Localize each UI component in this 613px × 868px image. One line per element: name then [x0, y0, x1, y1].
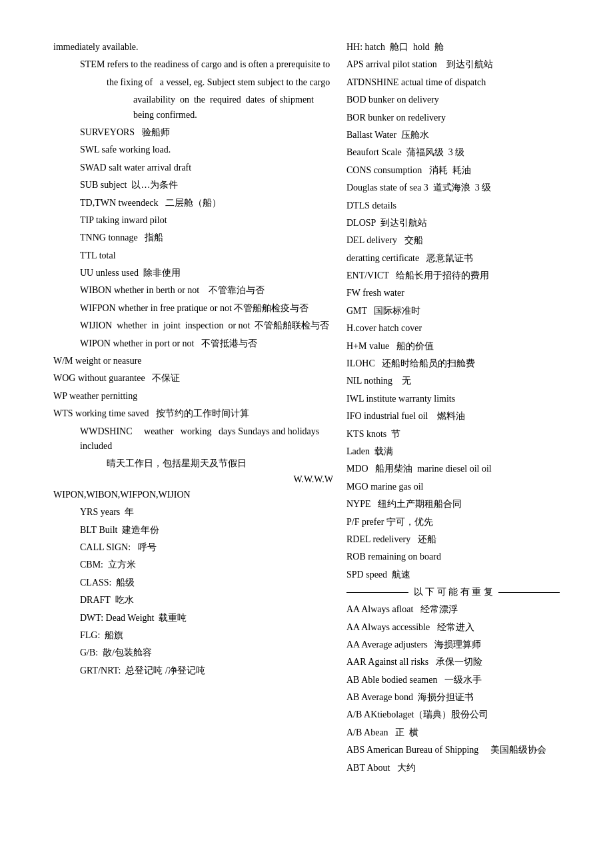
entry-spd: SPD speed 航速	[346, 568, 560, 582]
entry-iwl: IWL institute warranty limits	[346, 392, 560, 406]
entry-aa-average-adjusters: AA Average adjusters 海损理算师	[346, 638, 560, 652]
entry-bod: BOD bunker on delivery	[346, 93, 560, 107]
entry-surveyors: SURVEYORS 验船师	[80, 125, 333, 140]
entry-wm: W/M weight or neasure	[53, 354, 333, 368]
entry-aa-always-accessible: AA Always accessible 经常进入	[346, 620, 560, 635]
separator-right-line	[498, 592, 560, 593]
entry-wipon: WIPON whether in port or not 不管抵港与否	[80, 336, 333, 351]
entry-hh: HH: hatch 舱口 hold 舱	[346, 40, 560, 55]
entry-mdo: MDO 船用柴油 marine diesel oil oil	[346, 462, 560, 476]
entry-beaufort: Beaufort Scale 蒲福风级 3 级	[346, 145, 560, 160]
entry-tnng: TNNG tonnage 指船	[80, 230, 333, 245]
entry-ab-aktiebolaget: A/B AKtiebolaget（瑞典）股份公司	[346, 707, 560, 722]
entry-ifo: IFO industrial fuel oil 燃料油	[346, 409, 560, 424]
entry-wijion: WIJION whether in joint inspection or no…	[80, 318, 333, 333]
entry-td-twn: TD,TWN tweendeck 二层舱（船）	[80, 196, 333, 211]
entry-availability: availability on the required dates of sh…	[133, 93, 333, 123]
entry-nil: NIL nothing 无	[346, 374, 560, 388]
separator-row: 以 下 可 能 有 重 复	[346, 586, 560, 598]
entry-wwww: W.W.W.W	[53, 474, 333, 485]
entry-ttl: TTL total	[80, 248, 333, 263]
entry-class: CLASS: 船级	[80, 576, 333, 590]
entry-wipon-group: WIPON,WIBON,WIFPON,WIJION	[53, 488, 333, 502]
entry-wp: WP weather pernitting	[53, 389, 333, 404]
entry-cons: CONS consumption 消耗 耗油	[346, 163, 560, 178]
entry-call-sign: CALL SIGN: 呼号	[80, 540, 333, 555]
entry-ilohc: ILOHC 还船时给船员的扫舱费	[346, 356, 560, 371]
entry-mgo: MGO marine gas oil	[346, 480, 560, 494]
entry-swl: SWL safe working load.	[80, 143, 333, 157]
entry-bor: BOR bunker on redelivery	[346, 111, 560, 125]
entry-abt: ABT About 大约	[346, 761, 560, 775]
entry-rob: ROB remaining on board	[346, 550, 560, 564]
entry-del: DEL delivery 交船	[346, 233, 560, 248]
entry-grt-nrt: GRT/NRT: 总登记吨 /净登记吨	[80, 663, 333, 678]
entry-gmt: GMT 国际标准时	[346, 304, 560, 318]
entry-tip: TIP taking inward pilot	[80, 213, 333, 228]
entry-aar: AAR Against all risks 承保一切险	[346, 655, 560, 669]
left-column: immediately available. STEM refers to th…	[53, 40, 333, 778]
entry-deratting: deratting certificate 恶意鼠证书	[346, 251, 560, 266]
entry-draft: DRAFT 吃水	[80, 593, 333, 608]
entry-fw: FW fresh water	[346, 286, 560, 300]
entry-uu: UU unless used 除非使用	[80, 266, 333, 280]
entry-hm: H+M value 船的价值	[346, 339, 560, 354]
entry-dtls: DTLS details	[346, 199, 560, 213]
separator-text: 以 下 可 能 有 重 复	[414, 586, 493, 598]
entry-blt: BLT Built 建造年份	[80, 523, 333, 538]
entry-immediately: immediately available.	[53, 40, 333, 55]
entry-aa-always-afloat: AA Always afloat 经常漂浮	[346, 602, 560, 617]
entry-ab-average-bond: AB Average bond 海损分担证书	[346, 690, 560, 705]
entry-ent-vict: ENT/VICT 给船长用于招待的费用	[346, 268, 560, 283]
entry-aps: APS arrival pilot station 到达引航站	[346, 57, 560, 72]
entry-fixing: the fixing of a vessel, eg. Subject stem…	[107, 75, 333, 90]
entry-nype: NYPE 纽约土产期租船合同	[346, 497, 560, 512]
entry-stem: STEM refers to the readiness of cargo an…	[80, 57, 333, 72]
entry-cbm: CBM: 立方米	[80, 558, 333, 572]
right-column: HH: hatch 舱口 hold 舱 APS arrival pilot st…	[346, 40, 560, 778]
entry-swad: SWAD salt water arrival draft	[80, 161, 333, 175]
entry-wts: WTS working time saved 按节约的工作时间计算	[53, 406, 333, 421]
entry-abs: ABS American Bureau of Shipping 美国船级协会	[346, 743, 560, 757]
entry-wibon: WIBON whether in berth or not 不管靠泊与否	[80, 283, 333, 298]
entry-wifpon: WIFPON whether in free pratique or not 不…	[80, 301, 333, 316]
entry-atdnshine: ATDNSHINE actual time of dispatch	[346, 75, 560, 90]
entry-rdel: RDEL redelivery 还船	[346, 532, 560, 547]
entry-hcover: H.cover hatch cover	[346, 321, 560, 336]
entry-yrs: YRS years 年	[80, 505, 333, 520]
entry-ab-able-bodied: AB Able bodied seamen 一级水手	[346, 673, 560, 687]
entry-wwdshinc: WWDSHINC weather working days Sundays an…	[80, 424, 333, 454]
entry-kts: KTS knots 节	[346, 427, 560, 442]
entry-ab-abean: A/B Abean 正 横	[346, 725, 560, 740]
entry-chinese-sunny: 晴天工作日，包括星期天及节假日	[107, 456, 333, 471]
entry-ballast-water: Ballast Water 压舱水	[346, 128, 560, 143]
entry-wog: WOG without guarantee 不保证	[53, 371, 333, 386]
entry-dwt: DWT: Dead Weight 载重吨	[80, 611, 333, 626]
separator-left-line	[346, 592, 408, 593]
entry-flg: FLG: 船旗	[80, 628, 333, 643]
entry-pf: P/F prefer 宁可，优先	[346, 515, 560, 530]
entry-laden: Laden 载满	[346, 444, 560, 459]
main-content: immediately available. STEM refers to th…	[53, 40, 560, 778]
entry-sub: SUB subject 以…为条件	[80, 178, 333, 193]
entry-dlosp: DLOSP 到达引航站	[346, 216, 560, 230]
entry-douglas: Douglas state of sea 3 道式海浪 3 级	[346, 181, 560, 195]
entry-gb: G/B: 散/包装舱容	[80, 646, 333, 660]
